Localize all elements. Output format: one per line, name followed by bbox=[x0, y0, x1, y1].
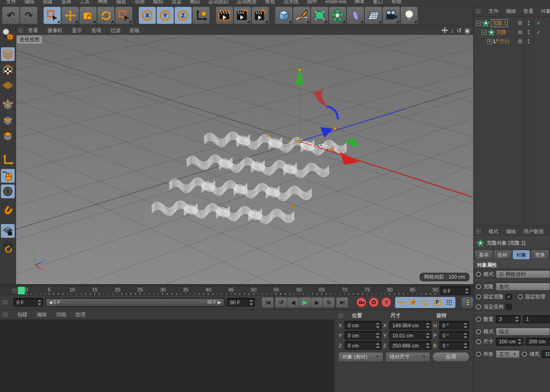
object-properties-header[interactable]: 对象属性 bbox=[474, 260, 550, 269]
lock-x-axis-button[interactable]: X bbox=[139, 7, 156, 24]
menu-simulate[interactable]: 模拟 bbox=[149, 0, 167, 5]
position-x-field[interactable]: 0 cm bbox=[345, 321, 381, 330]
size-x-field[interactable]: 149.954 cm bbox=[389, 321, 431, 330]
render-picture-viewer-button[interactable] bbox=[234, 7, 251, 24]
snap-button[interactable]: S bbox=[1, 185, 15, 198]
keyframe-circle[interactable] bbox=[476, 284, 481, 289]
render-view-button[interactable] bbox=[216, 7, 233, 24]
visibility-dots[interactable] bbox=[527, 20, 530, 26]
keying-options-button[interactable]: ? bbox=[381, 297, 391, 308]
menu-mesh[interactable]: 网格 bbox=[94, 0, 112, 5]
layer-badge[interactable] bbox=[518, 39, 522, 44]
key-position-button[interactable] bbox=[396, 297, 407, 308]
panel-grip[interactable] bbox=[476, 9, 481, 14]
material-list-empty[interactable] bbox=[0, 320, 334, 392]
tab-coordinates[interactable]: 坐标 bbox=[494, 250, 511, 259]
play-button[interactable]: ▶ bbox=[299, 297, 311, 308]
keyframe-circle[interactable] bbox=[476, 339, 481, 344]
object-name[interactable]: 空白 bbox=[500, 38, 510, 45]
visibility-dots[interactable] bbox=[527, 39, 530, 44]
model-mode-button[interactable] bbox=[1, 47, 15, 61]
keyframe-circle[interactable] bbox=[476, 294, 481, 299]
menu-create[interactable]: 创建 bbox=[39, 0, 57, 5]
viewport-menu-filter[interactable]: 过滤 bbox=[106, 27, 125, 34]
range-end-stepper[interactable] bbox=[249, 300, 253, 305]
lock-z-axis-button[interactable]: Z bbox=[175, 7, 192, 24]
next-frame-button[interactable]: ▶ bbox=[311, 297, 323, 308]
edges-mode-button[interactable] bbox=[1, 114, 15, 128]
make-editable-button[interactable] bbox=[1, 28, 15, 41]
size-y-field[interactable]: 200 cm bbox=[526, 338, 550, 346]
keyframe-circle[interactable] bbox=[476, 304, 481, 309]
menu-file[interactable]: 文件 bbox=[2, 0, 20, 5]
key-scale-button[interactable] bbox=[408, 297, 419, 308]
next-key-button[interactable]: ↻ bbox=[323, 297, 335, 308]
subdivision-surface-button[interactable] bbox=[311, 7, 328, 24]
menu-select[interactable]: 选择 bbox=[57, 0, 75, 5]
axis-mode-button[interactable] bbox=[1, 153, 15, 167]
menu-pipeline[interactable]: 流水线 bbox=[279, 0, 303, 5]
range-start-field[interactable]: 0 F bbox=[13, 298, 43, 307]
am-menu-edit[interactable]: 编辑 bbox=[502, 228, 520, 235]
object-row-cloner[interactable]: − 克隆 ✓ bbox=[474, 28, 550, 37]
key-point-level-button[interactable] bbox=[443, 297, 455, 308]
maximize-view-icon[interactable]: ▣ bbox=[465, 28, 470, 34]
tab-basic[interactable]: 基本 bbox=[475, 250, 493, 259]
timeline-ruler[interactable]: 051015202530354045505560657075808590 0 F bbox=[0, 284, 473, 295]
coord-mode-dropdown[interactable]: 对象 (相对)▼ bbox=[339, 353, 383, 361]
menu-snap[interactable]: 捕捉 bbox=[112, 0, 130, 5]
om-menu-object[interactable]: 对象 bbox=[537, 8, 550, 15]
object-name[interactable]: 克隆.1 bbox=[491, 19, 508, 27]
viewport-menu-options[interactable]: 选项 bbox=[86, 27, 106, 34]
apply-button[interactable]: 应用 bbox=[433, 353, 469, 361]
om-menu-view[interactable]: 查看 bbox=[520, 8, 537, 15]
last-tool-button[interactable] bbox=[115, 7, 132, 24]
menu-window[interactable]: 窗口 bbox=[369, 0, 387, 5]
pan-view-icon[interactable] bbox=[442, 27, 448, 34]
menu-render[interactable]: 渲染 bbox=[167, 0, 186, 5]
object-row-null[interactable]: + L0 空白 bbox=[474, 37, 550, 46]
live-selection-button[interactable] bbox=[44, 7, 61, 24]
material-menu-function[interactable]: 功能 bbox=[51, 311, 71, 318]
size-x-field[interactable]: 100 cm bbox=[496, 338, 523, 346]
viewport-solo-button[interactable] bbox=[1, 169, 15, 183]
panel-grip[interactable] bbox=[476, 229, 481, 234]
mograph-cloner-button[interactable] bbox=[329, 7, 346, 24]
position-y-field[interactable]: 0 cm bbox=[345, 331, 381, 340]
count-x-field[interactable]: 3 bbox=[496, 315, 521, 323]
menu-edit[interactable]: 编辑 bbox=[20, 0, 39, 5]
menu-motion-tracker[interactable]: 运动跟踪 bbox=[204, 0, 232, 5]
rotate-view-icon[interactable]: ↺ bbox=[457, 28, 462, 34]
menu-tools[interactable]: 工具 bbox=[75, 0, 94, 5]
keyframe-circle[interactable] bbox=[518, 294, 523, 299]
keyframe-circle[interactable] bbox=[476, 317, 481, 322]
om-menu-file[interactable]: 文件 bbox=[485, 8, 502, 15]
cube-primitive-button[interactable] bbox=[275, 7, 292, 24]
object-tree[interactable]: − 克隆.1 ✓ − 克隆 ✓ + L0 bbox=[474, 17, 550, 226]
layer-badge[interactable] bbox=[518, 30, 522, 34]
rotation-b-field[interactable]: 0 ° bbox=[439, 341, 469, 350]
range-start-stepper[interactable] bbox=[38, 300, 41, 305]
object-row-cloner1[interactable]: − 克隆.1 ✓ bbox=[474, 18, 550, 28]
workplane-rotate-button[interactable] bbox=[1, 240, 15, 253]
floor-environment-button[interactable] bbox=[365, 7, 382, 24]
enabled-check-icon[interactable]: ✓ bbox=[537, 20, 541, 26]
object-name[interactable]: 克隆 bbox=[496, 29, 506, 36]
prev-frame-button[interactable]: ◀ bbox=[287, 297, 299, 308]
menu-mograph[interactable]: 运动图形 bbox=[232, 0, 261, 5]
prev-key-button[interactable]: ↺ bbox=[275, 297, 287, 308]
keyframe-circle[interactable] bbox=[522, 352, 527, 357]
position-z-field[interactable]: 0 cm bbox=[345, 341, 381, 350]
points-mode-button[interactable] bbox=[1, 98, 15, 112]
viewport-menu-display[interactable]: 显示 bbox=[67, 27, 86, 34]
layer-badge[interactable] bbox=[518, 21, 522, 25]
range-end-field[interactable]: 90 F bbox=[227, 298, 255, 307]
autokey-button[interactable] bbox=[369, 297, 379, 308]
pen-spline-button[interactable] bbox=[293, 7, 310, 24]
light-button[interactable] bbox=[401, 7, 418, 24]
count-y-field[interactable]: 1 bbox=[523, 315, 550, 323]
rotation-h-field[interactable]: 0 ° bbox=[439, 321, 469, 330]
keyframe-circle[interactable] bbox=[476, 352, 481, 357]
am-menu-mode[interactable]: 模式 bbox=[485, 228, 502, 235]
panel-grip[interactable] bbox=[12, 288, 17, 293]
